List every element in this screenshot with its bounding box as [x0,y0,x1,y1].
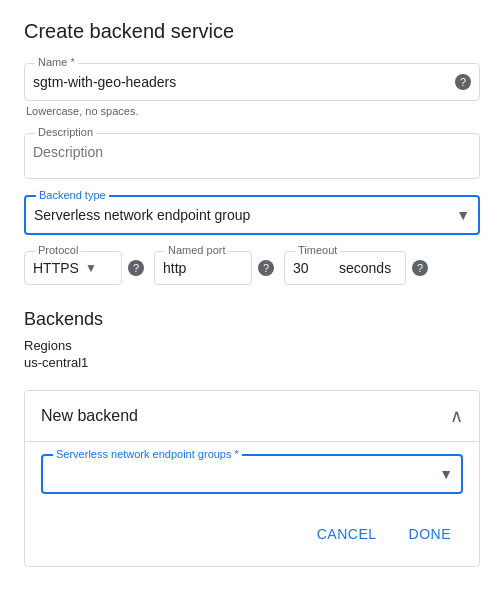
backend-type-select[interactable]: Serverless network endpoint group Instan… [34,197,470,233]
sneg-select[interactable] [51,456,453,492]
regions-value: us-central1 [24,355,480,370]
protocol-wrapper: Protocol HTTPS HTTP HTTP2 ▼ [24,251,122,285]
name-label: Name * [35,56,78,68]
protocol-field: Protocol HTTPS HTTP HTTP2 ▼ ? [24,251,122,285]
regions-label: Regions [24,338,480,353]
action-row: CANCEL DONE [41,510,463,550]
sneg-container: Serverless network endpoint groups * ▼ [41,454,463,494]
inline-fields-row: Protocol HTTPS HTTP HTTP2 ▼ ? Named port… [24,251,480,285]
timeout-input[interactable] [293,252,333,284]
backend-type-container: Backend type Serverless network endpoint… [24,195,480,235]
new-backend-body: Serverless network endpoint groups * ▼ C… [25,441,479,566]
backends-section: Backends Regions us-central1 [24,309,480,370]
new-backend-header[interactable]: New backend ∧ [25,391,479,441]
name-hint: Lowercase, no spaces. [24,105,480,117]
description-field-container: Description [24,133,480,179]
timeout-label: Timeout [295,244,340,256]
description-field-wrapper: Description [24,133,480,179]
name-help-icon[interactable]: ? [455,74,471,90]
sneg-label: Serverless network endpoint groups * [53,448,242,460]
cancel-button[interactable]: CANCEL [305,518,389,550]
timeout-field: Timeout seconds ? [284,251,406,285]
named-port-help-icon[interactable]: ? [258,260,274,276]
protocol-label: Protocol [35,244,81,256]
name-input[interactable] [33,64,449,100]
page-title: Create backend service [24,20,480,43]
description-label: Description [35,126,96,138]
description-input[interactable] [33,134,471,178]
named-port-wrapper: Named port [154,251,252,285]
protocol-help-icon[interactable]: ? [128,260,144,276]
named-port-field: Named port ? [154,251,252,285]
name-field-wrapper: Name * ? [24,63,480,101]
backends-title: Backends [24,309,480,330]
timeout-wrapper: Timeout seconds [284,251,406,285]
named-port-input[interactable] [163,252,243,284]
name-field-container: Name * ? Lowercase, no spaces. [24,63,480,117]
named-port-label: Named port [165,244,228,256]
chevron-up-icon: ∧ [450,405,463,427]
backend-type-label: Backend type [36,189,109,201]
protocol-select[interactable]: HTTPS HTTP HTTP2 [33,252,113,284]
new-backend-title: New backend [41,407,138,425]
page-container: Create backend service Name * ? Lowercas… [0,0,504,591]
timeout-unit: seconds [339,260,391,276]
timeout-help-icon[interactable]: ? [412,260,428,276]
new-backend-card: New backend ∧ Serverless network endpoin… [24,390,480,567]
sneg-select-wrapper: ▼ [51,456,453,492]
done-button[interactable]: DONE [397,518,463,550]
